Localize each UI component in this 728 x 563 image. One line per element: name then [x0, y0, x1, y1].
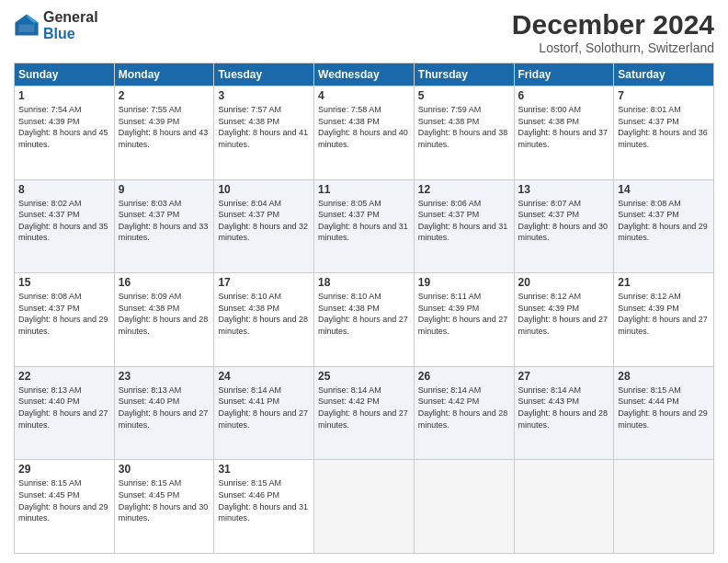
table-row: 15 Sunrise: 8:08 AMSunset: 4:37 PMDaylig… [15, 273, 115, 367]
table-row [614, 460, 714, 554]
calendar-header-row: Sunday Monday Tuesday Wednesday Thursday… [15, 63, 714, 86]
table-row: 27 Sunrise: 8:14 AMSunset: 4:43 PMDaylig… [514, 366, 614, 460]
day-info: Sunrise: 7:57 AMSunset: 4:38 PMDaylight:… [218, 105, 308, 149]
logo-blue: Blue [43, 26, 98, 42]
day-number: 4 [318, 89, 410, 102]
day-number: 16 [119, 276, 210, 289]
table-row [414, 460, 514, 554]
day-number: 23 [119, 370, 210, 383]
day-info: Sunrise: 8:10 AMSunset: 4:38 PMDaylight:… [318, 292, 408, 336]
day-info: Sunrise: 8:08 AMSunset: 4:37 PMDaylight:… [18, 292, 108, 336]
table-row: 30 Sunrise: 8:15 AMSunset: 4:45 PMDaylig… [114, 460, 214, 554]
day-info: Sunrise: 8:14 AMSunset: 4:43 PMDaylight:… [518, 385, 609, 430]
table-row: 29 Sunrise: 8:15 AMSunset: 4:45 PMDaylig… [15, 460, 115, 554]
table-row: 14 Sunrise: 8:08 AMSunset: 4:37 PMDaylig… [614, 179, 714, 273]
table-row: 4 Sunrise: 7:58 AMSunset: 4:38 PMDayligh… [314, 86, 415, 180]
day-info: Sunrise: 7:54 AMSunset: 4:39 PMDaylight:… [18, 105, 108, 149]
day-info: Sunrise: 8:00 AMSunset: 4:38 PMDaylight:… [518, 105, 609, 149]
table-row: 6 Sunrise: 8:00 AMSunset: 4:38 PMDayligh… [514, 86, 614, 180]
header-saturday: Saturday [614, 63, 714, 86]
table-row: 2 Sunrise: 7:55 AMSunset: 4:39 PMDayligh… [114, 86, 214, 180]
table-row: 7 Sunrise: 8:01 AMSunset: 4:37 PMDayligh… [614, 86, 714, 180]
day-info: Sunrise: 8:14 AMSunset: 4:42 PMDaylight:… [418, 385, 508, 430]
logo: General Blue [14, 9, 98, 41]
day-number: 15 [18, 276, 110, 289]
table-row: 3 Sunrise: 7:57 AMSunset: 4:38 PMDayligh… [214, 86, 314, 180]
table-row: 17 Sunrise: 8:10 AMSunset: 4:38 PMDaylig… [214, 273, 314, 367]
day-info: Sunrise: 8:14 AMSunset: 4:42 PMDaylight:… [318, 385, 408, 430]
day-number: 1 [18, 89, 110, 102]
table-row: 19 Sunrise: 8:11 AMSunset: 4:39 PMDaylig… [414, 273, 514, 367]
day-number: 10 [218, 183, 310, 196]
table-row: 20 Sunrise: 8:12 AMSunset: 4:39 PMDaylig… [514, 273, 614, 367]
page: General Blue December 2024 Lostorf, Solo… [0, 0, 728, 563]
table-row: 26 Sunrise: 8:14 AMSunset: 4:42 PMDaylig… [414, 366, 514, 460]
table-row: 1 Sunrise: 7:54 AMSunset: 4:39 PMDayligh… [15, 86, 115, 180]
day-number: 2 [119, 89, 210, 102]
day-info: Sunrise: 8:15 AMSunset: 4:44 PMDaylight:… [618, 385, 708, 430]
table-row: 21 Sunrise: 8:12 AMSunset: 4:39 PMDaylig… [614, 273, 714, 367]
table-row [514, 460, 614, 554]
day-info: Sunrise: 8:02 AMSunset: 4:37 PMDaylight:… [18, 199, 108, 243]
day-number: 19 [418, 276, 510, 289]
day-info: Sunrise: 7:58 AMSunset: 4:38 PMDaylight:… [318, 105, 408, 149]
day-info: Sunrise: 8:01 AMSunset: 4:37 PMDaylight:… [618, 105, 708, 149]
logo-general: General [43, 9, 98, 26]
day-info: Sunrise: 8:09 AMSunset: 4:38 PMDaylight:… [119, 292, 209, 336]
table-row: 13 Sunrise: 8:07 AMSunset: 4:37 PMDaylig… [514, 179, 614, 273]
calendar-week-5: 29 Sunrise: 8:15 AMSunset: 4:45 PMDaylig… [15, 460, 714, 554]
day-number: 5 [418, 89, 510, 102]
day-number: 22 [18, 370, 110, 383]
table-row: 16 Sunrise: 8:09 AMSunset: 4:38 PMDaylig… [114, 273, 214, 367]
day-number: 26 [418, 370, 510, 383]
table-row: 28 Sunrise: 8:15 AMSunset: 4:44 PMDaylig… [614, 366, 714, 460]
header-friday: Friday [514, 63, 614, 86]
header-thursday: Thursday [414, 63, 514, 86]
day-info: Sunrise: 8:15 AMSunset: 4:46 PMDaylight:… [218, 478, 308, 523]
day-number: 3 [218, 89, 310, 102]
header-sunday: Sunday [15, 63, 115, 86]
header-monday: Monday [114, 63, 214, 86]
day-info: Sunrise: 8:12 AMSunset: 4:39 PMDaylight:… [618, 292, 708, 336]
calendar-title: December 2024 [512, 9, 714, 40]
day-info: Sunrise: 7:55 AMSunset: 4:39 PMDaylight:… [119, 105, 209, 149]
day-number: 18 [318, 276, 410, 289]
day-number: 20 [518, 276, 610, 289]
calendar-week-3: 15 Sunrise: 8:08 AMSunset: 4:37 PMDaylig… [15, 273, 714, 367]
day-info: Sunrise: 8:06 AMSunset: 4:37 PMDaylight:… [418, 199, 508, 243]
header-tuesday: Tuesday [214, 63, 314, 86]
day-info: Sunrise: 8:13 AMSunset: 4:40 PMDaylight:… [119, 385, 209, 430]
header: General Blue December 2024 Lostorf, Solo… [14, 9, 714, 55]
day-number: 21 [618, 276, 710, 289]
day-info: Sunrise: 8:14 AMSunset: 4:41 PMDaylight:… [218, 385, 308, 430]
day-number: 27 [518, 370, 610, 383]
table-row: 31 Sunrise: 8:15 AMSunset: 4:46 PMDaylig… [214, 460, 314, 554]
day-number: 7 [618, 89, 710, 102]
calendar-subtitle: Lostorf, Solothurn, Switzerland [512, 40, 714, 55]
table-row: 11 Sunrise: 8:05 AMSunset: 4:37 PMDaylig… [314, 179, 415, 273]
calendar-week-1: 1 Sunrise: 7:54 AMSunset: 4:39 PMDayligh… [15, 86, 714, 180]
table-row: 22 Sunrise: 8:13 AMSunset: 4:40 PMDaylig… [15, 366, 115, 460]
day-info: Sunrise: 8:07 AMSunset: 4:37 PMDaylight:… [518, 199, 609, 243]
table-row: 8 Sunrise: 8:02 AMSunset: 4:37 PMDayligh… [15, 179, 115, 273]
day-number: 11 [318, 183, 410, 196]
table-row: 24 Sunrise: 8:14 AMSunset: 4:41 PMDaylig… [214, 366, 314, 460]
day-number: 29 [18, 463, 110, 476]
svg-rect-2 [19, 24, 35, 31]
day-number: 12 [418, 183, 510, 196]
table-row: 25 Sunrise: 8:14 AMSunset: 4:42 PMDaylig… [314, 366, 415, 460]
table-row: 9 Sunrise: 8:03 AMSunset: 4:37 PMDayligh… [114, 179, 214, 273]
day-info: Sunrise: 8:11 AMSunset: 4:39 PMDaylight:… [418, 292, 508, 336]
day-info: Sunrise: 8:03 AMSunset: 4:37 PMDaylight:… [119, 199, 209, 243]
calendar-week-2: 8 Sunrise: 8:02 AMSunset: 4:37 PMDayligh… [15, 179, 714, 273]
day-number: 28 [618, 370, 710, 383]
day-info: Sunrise: 8:04 AMSunset: 4:37 PMDaylight:… [218, 199, 308, 243]
table-row: 23 Sunrise: 8:13 AMSunset: 4:40 PMDaylig… [114, 366, 214, 460]
day-number: 8 [18, 183, 110, 196]
day-number: 13 [518, 183, 610, 196]
table-row: 18 Sunrise: 8:10 AMSunset: 4:38 PMDaylig… [314, 273, 415, 367]
day-info: Sunrise: 8:13 AMSunset: 4:40 PMDaylight:… [18, 385, 108, 430]
day-number: 6 [518, 89, 610, 102]
day-info: Sunrise: 8:15 AMSunset: 4:45 PMDaylight:… [119, 478, 209, 523]
day-number: 24 [218, 370, 310, 383]
